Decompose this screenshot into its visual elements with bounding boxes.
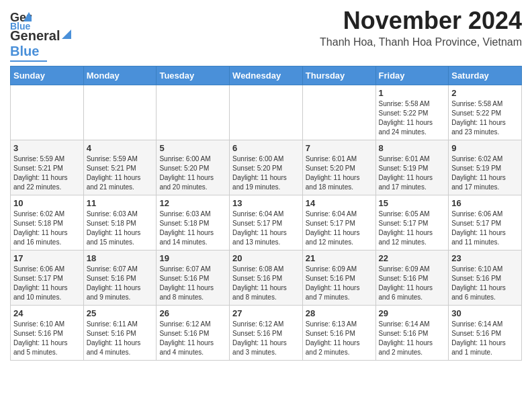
calendar-cell: 5Sunrise: 6:00 AM Sunset: 5:20 PM Daylig…: [157, 140, 230, 195]
calendar-cell: 19Sunrise: 6:07 AM Sunset: 5:16 PM Dayli…: [157, 250, 230, 306]
day-number: 18: [87, 253, 154, 263]
logo: General Blue General Blue: [10, 9, 73, 62]
day-info: Sunrise: 6:01 AM Sunset: 5:20 PM Dayligh…: [306, 154, 373, 192]
calendar-cell: 6Sunrise: 6:00 AM Sunset: 5:20 PM Daylig…: [230, 140, 303, 195]
day-info: Sunrise: 6:10 AM Sunset: 5:16 PM Dayligh…: [451, 265, 519, 302]
day-info: Sunrise: 6:09 AM Sunset: 5:16 PM Dayligh…: [306, 265, 373, 302]
day-number: 25: [87, 308, 154, 318]
calendar-week-row: 3Sunrise: 5:59 AM Sunset: 5:21 PM Daylig…: [11, 140, 522, 195]
logo-triangle-icon: [60, 28, 73, 40]
day-info: Sunrise: 5:59 AM Sunset: 5:21 PM Dayligh…: [87, 154, 154, 192]
day-info: Sunrise: 6:10 AM Sunset: 5:16 PM Dayligh…: [13, 320, 81, 357]
day-info: Sunrise: 6:02 AM Sunset: 5:19 PM Dayligh…: [451, 154, 519, 192]
calendar-cell: 20Sunrise: 6:08 AM Sunset: 5:16 PM Dayli…: [230, 250, 303, 306]
day-info: Sunrise: 6:00 AM Sunset: 5:20 PM Dayligh…: [232, 154, 300, 192]
day-number: 24: [13, 308, 81, 318]
day-number: 27: [232, 308, 300, 318]
day-number: 20: [232, 253, 300, 263]
day-info: Sunrise: 6:00 AM Sunset: 5:20 PM Dayligh…: [159, 154, 226, 192]
day-number: 26: [159, 308, 226, 318]
day-info: Sunrise: 6:06 AM Sunset: 5:17 PM Dayligh…: [13, 265, 81, 302]
day-info: Sunrise: 6:08 AM Sunset: 5:16 PM Dayligh…: [232, 265, 300, 302]
calendar-cell: 4Sunrise: 5:59 AM Sunset: 5:21 PM Daylig…: [83, 140, 157, 195]
weekday-header: Sunday: [11, 66, 84, 85]
day-number: 12: [159, 198, 226, 208]
day-info: Sunrise: 6:04 AM Sunset: 5:17 PM Dayligh…: [306, 210, 373, 247]
day-number: 30: [451, 308, 519, 318]
logo-general: General: [10, 28, 60, 44]
day-number: 21: [306, 253, 373, 263]
calendar-cell: 26Sunrise: 6:12 AM Sunset: 5:16 PM Dayli…: [157, 306, 230, 361]
day-info: Sunrise: 6:14 AM Sunset: 5:16 PM Dayligh…: [379, 320, 446, 357]
day-number: 5: [159, 143, 226, 153]
day-number: 22: [379, 253, 446, 263]
calendar-cell: [157, 85, 230, 140]
day-info: Sunrise: 6:03 AM Sunset: 5:18 PM Dayligh…: [87, 210, 154, 247]
calendar-cell: 22Sunrise: 6:09 AM Sunset: 5:16 PM Dayli…: [375, 250, 449, 306]
calendar-week-row: 17Sunrise: 6:06 AM Sunset: 5:17 PM Dayli…: [11, 250, 522, 306]
calendar-cell: 1Sunrise: 5:58 AM Sunset: 5:22 PM Daylig…: [375, 85, 449, 140]
calendar-cell: 10Sunrise: 6:02 AM Sunset: 5:18 PM Dayli…: [11, 195, 84, 250]
day-number: 28: [306, 308, 373, 318]
calendar-table: SundayMondayTuesdayWednesdayThursdayFrid…: [10, 66, 522, 361]
day-info: Sunrise: 5:58 AM Sunset: 5:22 PM Dayligh…: [379, 99, 446, 137]
calendar-cell: 29Sunrise: 6:14 AM Sunset: 5:16 PM Dayli…: [375, 306, 449, 361]
day-number: 8: [379, 143, 446, 153]
day-info: Sunrise: 6:09 AM Sunset: 5:16 PM Dayligh…: [379, 265, 446, 302]
calendar-cell: 15Sunrise: 6:05 AM Sunset: 5:17 PM Dayli…: [375, 195, 449, 250]
calendar-cell: 12Sunrise: 6:03 AM Sunset: 5:18 PM Dayli…: [157, 195, 230, 250]
day-info: Sunrise: 6:07 AM Sunset: 5:16 PM Dayligh…: [159, 265, 226, 302]
calendar-cell: 14Sunrise: 6:04 AM Sunset: 5:17 PM Dayli…: [302, 195, 375, 250]
page-header: General Blue General Blue November 2024 …: [10, 7, 522, 62]
day-number: 2: [451, 88, 519, 98]
location-title: Thanh Hoa, Thanh Hoa Province, Vietnam: [320, 36, 522, 48]
calendar-cell: 8Sunrise: 6:01 AM Sunset: 5:19 PM Daylig…: [375, 140, 449, 195]
day-number: 14: [306, 198, 373, 208]
day-number: 15: [379, 198, 446, 208]
day-info: Sunrise: 6:05 AM Sunset: 5:17 PM Dayligh…: [379, 210, 446, 247]
weekday-header: Wednesday: [230, 66, 303, 85]
day-info: Sunrise: 6:12 AM Sunset: 5:16 PM Dayligh…: [159, 320, 226, 357]
weekday-header: Tuesday: [157, 66, 230, 85]
day-number: 17: [13, 253, 81, 263]
day-info: Sunrise: 5:59 AM Sunset: 5:21 PM Dayligh…: [13, 154, 81, 192]
day-number: 3: [13, 143, 81, 153]
day-info: Sunrise: 6:04 AM Sunset: 5:17 PM Dayligh…: [232, 210, 300, 247]
day-number: 10: [13, 198, 81, 208]
calendar-header-row: SundayMondayTuesdayWednesdayThursdayFrid…: [11, 66, 522, 85]
logo-blue: Blue: [10, 44, 39, 59]
weekday-header: Monday: [83, 66, 157, 85]
calendar-cell: [83, 85, 157, 140]
calendar-cell: 17Sunrise: 6:06 AM Sunset: 5:17 PM Dayli…: [11, 250, 84, 306]
calendar-week-row: 10Sunrise: 6:02 AM Sunset: 5:18 PM Dayli…: [11, 195, 522, 250]
calendar-cell: 27Sunrise: 6:12 AM Sunset: 5:16 PM Dayli…: [230, 306, 303, 361]
day-number: 1: [379, 88, 446, 98]
day-number: 6: [232, 143, 300, 153]
day-number: 9: [451, 143, 519, 153]
calendar-cell: 25Sunrise: 6:11 AM Sunset: 5:16 PM Dayli…: [83, 306, 157, 361]
calendar-cell: 18Sunrise: 6:07 AM Sunset: 5:16 PM Dayli…: [83, 250, 157, 306]
weekday-header: Thursday: [302, 66, 375, 85]
calendar-cell: 7Sunrise: 6:01 AM Sunset: 5:20 PM Daylig…: [302, 140, 375, 195]
day-info: Sunrise: 6:13 AM Sunset: 5:16 PM Dayligh…: [306, 320, 373, 357]
day-info: Sunrise: 6:03 AM Sunset: 5:18 PM Dayligh…: [159, 210, 226, 247]
day-number: 11: [87, 198, 154, 208]
weekday-header: Saturday: [449, 66, 522, 85]
day-number: 13: [232, 198, 300, 208]
calendar-cell: 23Sunrise: 6:10 AM Sunset: 5:16 PM Dayli…: [449, 250, 522, 306]
calendar-week-row: 24Sunrise: 6:10 AM Sunset: 5:16 PM Dayli…: [11, 306, 522, 361]
day-number: 29: [379, 308, 446, 318]
calendar-cell: 24Sunrise: 6:10 AM Sunset: 5:16 PM Dayli…: [11, 306, 84, 361]
calendar-cell: 13Sunrise: 6:04 AM Sunset: 5:17 PM Dayli…: [230, 195, 303, 250]
weekday-header: Friday: [375, 66, 449, 85]
svg-marker-3: [62, 30, 71, 39]
calendar-cell: 21Sunrise: 6:09 AM Sunset: 5:16 PM Dayli…: [302, 250, 375, 306]
calendar-cell: [302, 85, 375, 140]
day-info: Sunrise: 6:07 AM Sunset: 5:16 PM Dayligh…: [87, 265, 154, 302]
day-info: Sunrise: 6:14 AM Sunset: 5:16 PM Dayligh…: [451, 320, 519, 357]
calendar-cell: [230, 85, 303, 140]
calendar-cell: 16Sunrise: 6:06 AM Sunset: 5:17 PM Dayli…: [449, 195, 522, 250]
calendar-cell: 2Sunrise: 5:58 AM Sunset: 5:22 PM Daylig…: [449, 85, 522, 140]
calendar-week-row: 1Sunrise: 5:58 AM Sunset: 5:22 PM Daylig…: [11, 85, 522, 140]
day-info: Sunrise: 6:01 AM Sunset: 5:19 PM Dayligh…: [379, 154, 446, 192]
